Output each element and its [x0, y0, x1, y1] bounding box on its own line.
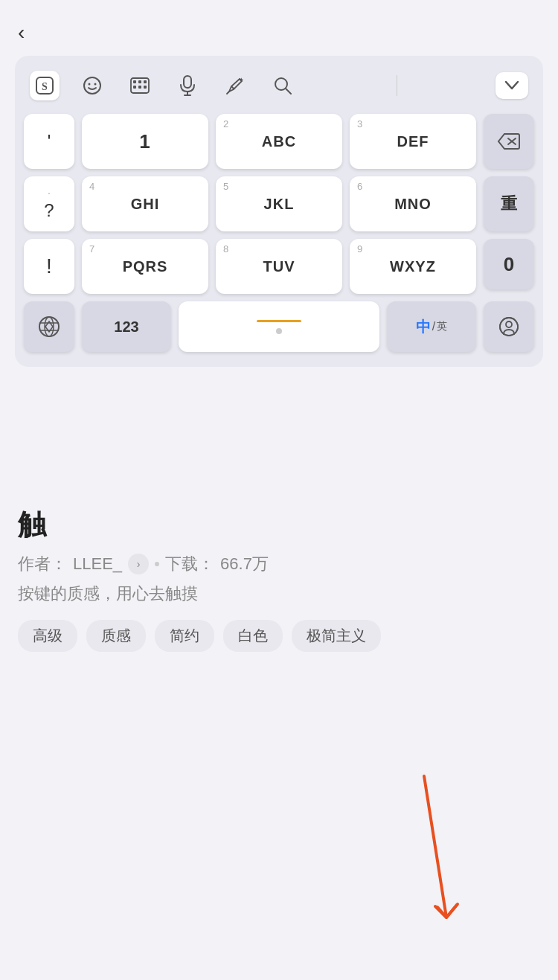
voice-icon-key[interactable] [484, 301, 534, 352]
space-indicator [257, 320, 301, 322]
svg-rect-9 [133, 86, 136, 89]
space-dot [276, 328, 282, 334]
delete-key[interactable] [484, 114, 534, 169]
svg-rect-7 [138, 80, 141, 83]
toolbar-left: S [30, 71, 298, 100]
keyboard-container: S [15, 56, 543, 367]
svg-point-2 [84, 77, 100, 94]
author-label: 作者： [18, 553, 67, 575]
comma-key[interactable]: ' [24, 114, 74, 169]
svg-point-28 [506, 321, 512, 327]
num-mode-key[interactable]: 123 [82, 301, 171, 352]
language-toggle-key[interactable]: 中 / 英 [387, 301, 476, 352]
divider [155, 562, 159, 566]
back-button[interactable]: ‹ [18, 21, 25, 45]
period-question-key[interactable]: · ? [24, 176, 74, 231]
info-section: 触 作者： LLEE_ › 下载： 66.7万 按键的质感，用心去触摸 高级 质… [18, 506, 540, 652]
row-2: 4 GHI 5 JKL 6 MNO 重 [82, 176, 534, 231]
key-wxyz[interactable]: 9 WXYZ [350, 239, 476, 294]
author-name: LLEE_ [73, 554, 122, 574]
bottom-row: 123 中 / 英 [24, 301, 534, 352]
keyboard-name: 触 [18, 506, 540, 544]
svg-point-4 [94, 83, 97, 86]
arrow-annotation [379, 769, 498, 980]
tag-advanced[interactable]: 高级 [18, 620, 77, 652]
svg-text:S: S [42, 81, 48, 92]
svg-point-21 [39, 317, 59, 336]
toolbar-divider [397, 75, 397, 96]
key-zero[interactable]: 0 [484, 239, 534, 289]
row-1: 1 2 ABC 3 DEF [82, 114, 534, 169]
tag-simple[interactable]: 简约 [155, 620, 214, 652]
tags-row: 高级 质感 简约 白色 极简主义 [18, 620, 540, 652]
key-pqrs[interactable]: 7 PQRS [82, 239, 208, 294]
punctuation-column: ' · ? ! [24, 114, 74, 294]
key-jkl[interactable]: 5 JKL [216, 176, 342, 231]
alpha-rows: 1 2 ABC 3 DEF [82, 114, 534, 294]
collapse-button[interactable] [496, 72, 528, 99]
key-def[interactable]: 3 DEF [350, 114, 476, 169]
description: 按键的质感，用心去触摸 [18, 583, 540, 605]
key-tuv[interactable]: 8 TUV [216, 239, 342, 294]
tag-white[interactable]: 白色 [223, 620, 283, 652]
svg-text:✦: ✦ [239, 77, 244, 83]
key-mno[interactable]: 6 MNO [350, 176, 476, 231]
tag-minimalism[interactable]: 极简主义 [292, 620, 381, 652]
svg-rect-11 [144, 86, 147, 89]
emoji-icon[interactable] [77, 71, 107, 100]
search-icon[interactable] [268, 71, 298, 100]
row-3: 7 PQRS 8 TUV 9 WXYZ 0 [82, 239, 534, 294]
svg-line-15 [227, 92, 229, 94]
svg-line-18 [286, 89, 291, 94]
svg-point-3 [89, 83, 91, 86]
keyboard-grid: ' · ? ! [24, 114, 534, 352]
author-link-button[interactable]: › [128, 554, 149, 574]
tag-texture[interactable]: 质感 [86, 620, 146, 652]
repeat-key[interactable]: 重 [484, 176, 534, 231]
space-key[interactable] [179, 301, 379, 352]
key-abc[interactable]: 2 ABC [216, 114, 342, 169]
svg-rect-6 [133, 80, 136, 83]
author-row: 作者： LLEE_ › 下载： 66.7万 [18, 553, 540, 575]
svg-rect-12 [184, 76, 191, 88]
svg-rect-8 [144, 80, 147, 83]
key-1[interactable]: 1 [82, 114, 208, 169]
swype-icon[interactable]: S [30, 71, 60, 100]
exclamation-key[interactable]: ! [24, 239, 74, 294]
keyboard-layout-icon[interactable] [125, 71, 155, 100]
special-key[interactable] [24, 301, 74, 352]
keyboard-toolbar: S [24, 68, 534, 103]
key-ghi[interactable]: 4 GHI [82, 176, 208, 231]
mic-icon[interactable] [173, 71, 202, 100]
downloads-label: 下载： [165, 553, 214, 575]
main-keys-area: ' · ? ! [24, 114, 534, 294]
handwrite-icon[interactable]: ✦ [220, 71, 250, 100]
downloads-count: 66.7万 [220, 553, 269, 575]
svg-point-27 [500, 318, 518, 336]
svg-rect-10 [138, 86, 141, 89]
